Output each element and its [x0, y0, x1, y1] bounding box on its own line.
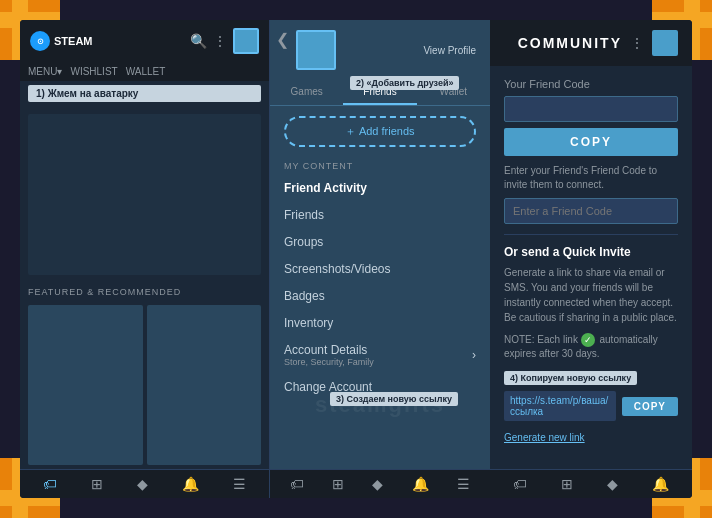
avatar-small[interactable] — [233, 28, 259, 54]
right-panel: COMMUNITY ⋮ Your Friend Code COPY Enter … — [490, 20, 692, 498]
copy-friend-code-button[interactable]: COPY — [504, 128, 678, 156]
tab-games[interactable]: Games — [270, 80, 343, 105]
link-row: https://s.team/p/ваша/ссылка COPY — [504, 391, 678, 421]
nav-wallet[interactable]: WALLET — [126, 66, 166, 77]
tooltip-copy-link: 4) Копируем новую ссылку — [504, 371, 637, 385]
right-bottom-diamond-icon[interactable]: ◆ — [607, 476, 618, 492]
left-panel: ⊙ STEAM 🔍 ⋮ MENU▾ WISHLIST WALLET 1) Жме… — [20, 20, 270, 498]
steam-header: ⊙ STEAM 🔍 ⋮ — [20, 20, 269, 62]
nav-wishlist[interactable]: WISHLIST — [70, 66, 117, 77]
steam-circle-icon: ⊙ — [30, 31, 50, 51]
menu-list: Friend Activity Friends Groups Screensho… — [270, 175, 490, 401]
friend-code-title: Your Friend Code — [504, 78, 678, 90]
right-bottom-grid-icon[interactable]: ⊞ — [561, 476, 573, 492]
community-dots-icon[interactable]: ⋮ — [630, 35, 644, 51]
dots-icon[interactable]: ⋮ — [213, 33, 227, 49]
right-bottom-bar: 🏷 ⊞ ◆ 🔔 — [490, 469, 692, 498]
mid-bottom-bell-icon[interactable]: 🔔 — [412, 476, 429, 492]
middle-bottom-bar: 🏷 ⊞ ◆ 🔔 ☰ — [270, 469, 490, 498]
add-friends-button[interactable]: ＋ Add friends — [284, 116, 476, 147]
generate-link-button[interactable]: Generate new link — [504, 432, 585, 443]
mid-bottom-grid-icon[interactable]: ⊞ — [332, 476, 344, 492]
avatar-medium[interactable] — [296, 30, 336, 70]
menu-item-friends[interactable]: Friends — [284, 202, 476, 229]
menu-item-badges[interactable]: Badges — [284, 283, 476, 310]
check-icon: ✓ — [581, 333, 595, 347]
bottom-tag-icon[interactable]: 🏷 — [43, 476, 57, 492]
community-title: COMMUNITY — [518, 35, 622, 51]
note-label: NOTE: Each link — [504, 334, 581, 345]
featured-images — [20, 301, 269, 470]
left-bottom-bar: 🏷 ⊞ ◆ 🔔 ☰ — [20, 469, 269, 498]
back-button[interactable]: ❮ — [276, 30, 289, 49]
copy-link-button[interactable]: COPY — [622, 397, 678, 416]
account-label: Account Details — [284, 343, 374, 357]
search-icon[interactable]: 🔍 — [190, 33, 207, 49]
nav-menu[interactable]: MENU▾ — [28, 66, 62, 77]
enter-friend-code-input[interactable] — [504, 198, 678, 224]
steam-label: STEAM — [54, 35, 93, 47]
quick-invite-title: Or send a Quick Invite — [504, 245, 678, 259]
bottom-menu-icon[interactable]: ☰ — [233, 476, 246, 492]
community-header: COMMUNITY ⋮ — [490, 20, 692, 66]
right-bottom-tag-icon[interactable]: 🏷 — [513, 476, 527, 492]
featured-label: FEATURED & RECOMMENDED — [20, 283, 269, 301]
menu-item-inventory[interactable]: Inventory — [284, 310, 476, 337]
mid-bottom-diamond-icon[interactable]: ◆ — [372, 476, 383, 492]
divider — [504, 234, 678, 235]
menu-item-screenshots[interactable]: Screenshots/Videos — [284, 256, 476, 283]
steam-logo: ⊙ STEAM — [30, 31, 93, 51]
nav-bar: MENU▾ WISHLIST WALLET — [20, 62, 269, 81]
mid-bottom-menu-icon[interactable]: ☰ — [457, 476, 470, 492]
account-sub: Store, Security, Family — [284, 357, 374, 367]
menu-item-friend-activity[interactable]: Friend Activity — [284, 175, 476, 202]
left-content-placeholder — [28, 114, 261, 275]
tooltip-generate-link: 3) Создаем новую ссылку — [330, 392, 458, 406]
right-content: Your Friend Code COPY Enter your Friend'… — [490, 66, 692, 469]
note-text: NOTE: Each link ✓ automatically expires … — [504, 333, 678, 361]
my-content-label: MY CONTENT — [270, 157, 490, 175]
invite-link: https://s.team/p/ваша/ссылка — [504, 391, 616, 421]
header-icons: 🔍 ⋮ — [190, 28, 259, 54]
right-bottom-bell-icon[interactable]: 🔔 — [652, 476, 669, 492]
tooltip-add-friends: 2) «Добавить друзей» — [350, 76, 459, 90]
view-profile-button[interactable]: View Profile — [423, 45, 476, 56]
friend-code-input[interactable] — [504, 96, 678, 122]
featured-img-1 — [28, 305, 143, 466]
featured-img-2 — [147, 305, 262, 466]
community-avatar[interactable] — [652, 30, 678, 56]
arrow-right-icon: › — [472, 348, 476, 362]
bottom-diamond-icon[interactable]: ◆ — [137, 476, 148, 492]
menu-item-groups[interactable]: Groups — [284, 229, 476, 256]
menu-item-account[interactable]: Account Details Store, Security, Family … — [284, 337, 476, 374]
middle-panel: ❮ View Profile 2) «Добавить друзей» Game… — [270, 20, 490, 498]
profile-section: View Profile — [270, 20, 490, 80]
quick-invite-description: Generate a link to share via email or SM… — [504, 265, 678, 325]
bottom-bell-icon[interactable]: 🔔 — [182, 476, 199, 492]
main-container: ⊙ STEAM 🔍 ⋮ MENU▾ WISHLIST WALLET 1) Жме… — [20, 20, 692, 498]
helper-text: Enter your Friend's Friend Code to invit… — [504, 164, 678, 192]
mid-bottom-tag-icon[interactable]: 🏷 — [290, 476, 304, 492]
bottom-grid-icon[interactable]: ⊞ — [91, 476, 103, 492]
tooltip-avatar: 1) Жмем на аватарку — [28, 85, 261, 102]
